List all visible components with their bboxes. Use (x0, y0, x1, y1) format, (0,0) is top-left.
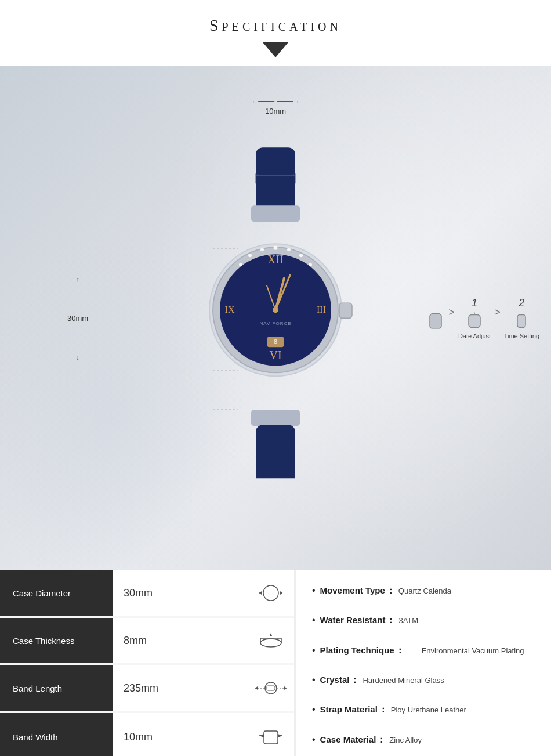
list-item: • Strap Material ： Ploy Urethane Leather (312, 701, 535, 719)
info-value: Ploy Urethane Leather (391, 706, 466, 714)
svg-rect-31 (339, 303, 352, 318)
table-row: Band Length 235mm (0, 665, 294, 713)
svg-marker-59 (255, 686, 258, 690)
svg-point-7 (299, 254, 303, 257)
info-key: Case Material (320, 735, 376, 744)
crown-step-1: 1 Date Adjust (458, 297, 491, 339)
dim-height-annotation: ↑ 30mm ↓ (67, 276, 88, 361)
svg-text:VI: VI (269, 349, 281, 361)
spec-header: Specification (0, 0, 551, 66)
info-key: Plating Technique (320, 645, 394, 655)
svg-rect-57 (267, 686, 275, 690)
arrow-down-icon: ↓ (76, 354, 79, 361)
crown-main-icon (426, 308, 445, 328)
svg-marker-66 (259, 734, 264, 737)
table-row: Case Thickness 8mm (0, 618, 294, 665)
svg-text:8: 8 (274, 338, 277, 345)
diagram-inner: ← → 10mm ↑ 30mm ↓ (0, 66, 551, 570)
page-wrapper: Specification ← → 10mm ↑ (0, 0, 551, 756)
svg-point-27 (273, 307, 278, 313)
svg-marker-48 (259, 591, 262, 595)
svg-point-6 (287, 248, 291, 251)
header-arrow (0, 40, 551, 60)
step1-number: 1 (472, 297, 477, 309)
svg-point-13 (260, 248, 264, 251)
svg-text:III: III (317, 305, 326, 314)
page-title: Specification (0, 16, 551, 35)
bullet-icon: • (312, 675, 316, 685)
spec-value-case-thickness: 8mm (113, 635, 248, 647)
crown-instructions: > 1 Date Adjust > 2 Time Setting (426, 297, 539, 339)
info-value: Quartz Calenda (398, 587, 451, 595)
spec-value-case-diameter: 30mm (113, 587, 248, 599)
info-key: Strap Material (320, 704, 378, 714)
gt-symbol-1: > (448, 306, 455, 319)
list-item: • Case Material ： Zinc Alloy (312, 731, 535, 749)
bullet-icon: • (312, 704, 316, 715)
spec-name-case-thickness: Case Thickness (0, 618, 113, 663)
diagram-section: ← → 10mm ↑ 30mm ↓ (0, 66, 551, 570)
diameter-icon-cell (248, 583, 294, 603)
step1-label: Date Adjust (458, 332, 491, 339)
svg-point-5 (274, 246, 278, 250)
svg-point-51 (260, 639, 281, 647)
svg-point-46 (263, 585, 278, 601)
info-key: Movement Type (320, 585, 385, 595)
crown-step-2: 2 Time Setting (504, 297, 539, 339)
thickness-icon-cell (248, 630, 294, 651)
info-value: Environmental Vacuum Plating (408, 646, 524, 655)
table-row: Case Diameter 30mm (0, 570, 294, 618)
svg-rect-43 (469, 315, 480, 328)
spec-name-case-diameter: Case Diameter (0, 570, 113, 616)
list-item: • Plating Technique ： Environmental Vacu… (312, 642, 535, 660)
watch-diagram: XII III VI IX 8 (183, 142, 368, 480)
dim-width-annotation: ← → 10mm (252, 97, 299, 115)
specs-info: • Movement Type ： Quartz Calenda • Water… (296, 570, 551, 756)
diameter-icon (257, 583, 285, 603)
bullet-icon: • (312, 645, 316, 656)
svg-rect-1 (251, 205, 300, 222)
band-length-icon (254, 678, 288, 699)
svg-point-14 (248, 254, 252, 257)
svg-marker-55 (270, 633, 272, 636)
arrow-up-icon: ↑ (76, 276, 79, 283)
list-item: • Movement Type ： Quartz Calenda (312, 582, 535, 600)
svg-rect-0 (256, 147, 295, 211)
step1-icon (466, 312, 483, 330)
spec-name-band-width: Band Width (0, 713, 113, 756)
dim-width-label: 10mm (265, 107, 286, 115)
step2-icon (515, 312, 528, 330)
band-width-icon-cell (248, 725, 294, 748)
bullet-icon: • (312, 615, 316, 625)
spec-value-band-length: 235mm (113, 682, 248, 694)
specs-section: Case Diameter 30mm (0, 570, 551, 756)
specs-table: Case Diameter 30mm (0, 570, 296, 756)
svg-rect-42 (430, 313, 441, 328)
svg-rect-33 (256, 425, 295, 478)
svg-text:IX: IX (225, 305, 235, 314)
band-width-icon (258, 725, 284, 748)
svg-marker-50 (280, 591, 282, 595)
spec-name-band-length: Band Length (0, 665, 113, 711)
info-key: Water Resistant (320, 615, 386, 625)
svg-text:XII: XII (267, 253, 284, 266)
svg-text:NAVIFORCE: NAVIFORCE (259, 321, 291, 326)
svg-rect-64 (264, 731, 278, 744)
list-item: • Crystal ： Hardened Mineral Glass (312, 671, 535, 689)
info-key: Crystal (320, 675, 350, 685)
spec-value-band-width: 10mm (113, 731, 248, 743)
header-divider (28, 41, 524, 41)
bullet-icon: • (312, 735, 316, 745)
table-row: Band Width 10mm (0, 713, 294, 756)
thickness-icon (256, 630, 286, 651)
info-value: Hardened Mineral Glass (362, 676, 444, 685)
svg-marker-61 (284, 686, 287, 690)
info-value: Zinc Alloy (389, 736, 422, 744)
arrow-down-icon (263, 42, 288, 57)
gt-symbol-2: > (494, 306, 501, 319)
svg-rect-45 (517, 315, 525, 328)
dim-height-label: 30mm (67, 314, 88, 323)
band-length-icon-cell (248, 678, 294, 699)
info-value: 3ATM (398, 616, 418, 625)
step2-label: Time Setting (504, 332, 539, 339)
